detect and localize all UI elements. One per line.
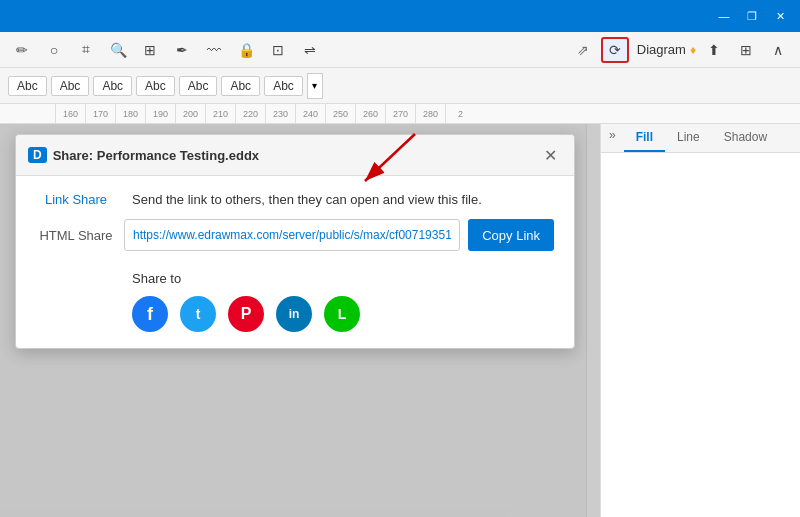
- linkedin-share-button[interactable]: in: [276, 296, 312, 332]
- modal-body: Link Share Send the link to others, then…: [16, 176, 574, 348]
- modal-title-icon: D: [28, 147, 47, 163]
- format-btn-5[interactable]: Abc: [221, 76, 260, 96]
- table-icon[interactable]: ⊞: [136, 37, 164, 63]
- window-controls: — ❐ ✕: [712, 6, 792, 26]
- link-share-row: Link Share Send the link to others, then…: [36, 192, 554, 207]
- connect-icon[interactable]: ⇌: [296, 37, 324, 63]
- lock-icon[interactable]: 🔒: [232, 37, 260, 63]
- tab-line[interactable]: Line: [665, 124, 712, 152]
- ruler-mark: 190: [145, 104, 175, 124]
- modal-overlay: D Share: Performance Testing.eddx ✕ Link…: [0, 124, 600, 517]
- html-share-label: HTML Share: [36, 228, 116, 243]
- apps-icon[interactable]: ⊞: [732, 37, 760, 63]
- ruler-mark: 260: [355, 104, 385, 124]
- modal-header: D Share: Performance Testing.eddx ✕: [16, 135, 574, 176]
- format-btn-3[interactable]: Abc: [136, 76, 175, 96]
- ruler-mark: 240: [295, 104, 325, 124]
- share-to-section: Share to f t P in L: [36, 271, 554, 332]
- format-btn-2[interactable]: Abc: [93, 76, 132, 96]
- tab-fill[interactable]: Fill: [624, 124, 665, 152]
- format-btn-6[interactable]: Abc: [264, 76, 303, 96]
- modal-close-button[interactable]: ✕: [538, 143, 562, 167]
- pencil-icon[interactable]: ✏: [8, 37, 36, 63]
- canvas-area[interactable]: D Share: Performance Testing.eddx ✕ Link…: [0, 124, 600, 517]
- ruler-mark: 170: [85, 104, 115, 124]
- frame-icon[interactable]: ⊡: [264, 37, 292, 63]
- transform-icon[interactable]: ⌗: [72, 37, 100, 63]
- ruler-marks: 160 170 180 190 200 210 220 230 240 250 …: [55, 104, 475, 124]
- restore-button[interactable]: ❐: [740, 6, 764, 26]
- html-share-row: HTML Share Copy Link: [36, 219, 554, 251]
- main-area: D Share: Performance Testing.eddx ✕ Link…: [0, 124, 800, 517]
- ruler-mark: 210: [205, 104, 235, 124]
- facebook-share-button[interactable]: f: [132, 296, 168, 332]
- format-btn-1[interactable]: Abc: [51, 76, 90, 96]
- share-modal: D Share: Performance Testing.eddx ✕ Link…: [15, 134, 575, 349]
- share-icon[interactable]: ⟳: [601, 37, 629, 63]
- line-share-button[interactable]: L: [324, 296, 360, 332]
- search-icon[interactable]: 🔍: [104, 37, 132, 63]
- upload-icon[interactable]: ⬆: [700, 37, 728, 63]
- main-toolbar: ✏ ○ ⌗ 🔍 ⊞ ✒ 〰 🔒 ⊡ ⇌ ⇗ ⟳ Diagram ♦ ⬆ ⊞ ∧: [0, 32, 800, 68]
- ruler-mark: 280: [415, 104, 445, 124]
- brush-icon[interactable]: ✒: [168, 37, 196, 63]
- pinterest-share-button[interactable]: P: [228, 296, 264, 332]
- diagram-badge: ♦: [690, 43, 696, 57]
- ruler-mark: 2: [445, 104, 475, 124]
- send-icon[interactable]: ⇗: [569, 37, 597, 63]
- format-dropdown[interactable]: ▾: [307, 73, 323, 99]
- tab-shadow[interactable]: Shadow: [712, 124, 779, 152]
- title-bar: — ❐ ✕: [0, 0, 800, 32]
- shape-icon[interactable]: ○: [40, 37, 68, 63]
- url-input[interactable]: [124, 219, 460, 251]
- close-button[interactable]: ✕: [768, 6, 792, 26]
- format-btn-0[interactable]: Abc: [8, 76, 47, 96]
- modal-title-row: D Share: Performance Testing.eddx: [28, 147, 259, 163]
- share-to-label: Share to: [132, 271, 554, 286]
- format-toolbar: Abc Abc Abc Abc Abc Abc Abc ▾: [0, 68, 800, 104]
- panel-expand-button[interactable]: »: [601, 124, 624, 152]
- minimize-button[interactable]: —: [712, 6, 736, 26]
- right-panel: » Fill Line Shadow: [600, 124, 800, 517]
- toolbar-right: ⇗ ⟳ Diagram ♦ ⬆ ⊞ ∧: [569, 32, 800, 67]
- line-icon[interactable]: 〰: [200, 37, 228, 63]
- expand-icon[interactable]: ∧: [764, 37, 792, 63]
- ruler: 160 170 180 190 200 210 220 230 240 250 …: [0, 104, 800, 124]
- ruler-mark: 270: [385, 104, 415, 124]
- ruler-mark: 160: [55, 104, 85, 124]
- copy-link-button[interactable]: Copy Link: [468, 219, 554, 251]
- link-share-label: Link Share: [36, 192, 116, 207]
- ruler-mark: 250: [325, 104, 355, 124]
- ruler-mark: 220: [235, 104, 265, 124]
- social-icons: f t P in L: [132, 296, 554, 332]
- twitter-share-button[interactable]: t: [180, 296, 216, 332]
- ruler-mark: 200: [175, 104, 205, 124]
- share-description: Send the link to others, then they can o…: [132, 192, 482, 207]
- ruler-mark: 230: [265, 104, 295, 124]
- diagram-label: Diagram: [637, 42, 686, 57]
- format-btn-4[interactable]: Abc: [179, 76, 218, 96]
- panel-tabs: » Fill Line Shadow: [601, 124, 800, 153]
- ruler-mark: 180: [115, 104, 145, 124]
- modal-title: Share: Performance Testing.eddx: [53, 148, 259, 163]
